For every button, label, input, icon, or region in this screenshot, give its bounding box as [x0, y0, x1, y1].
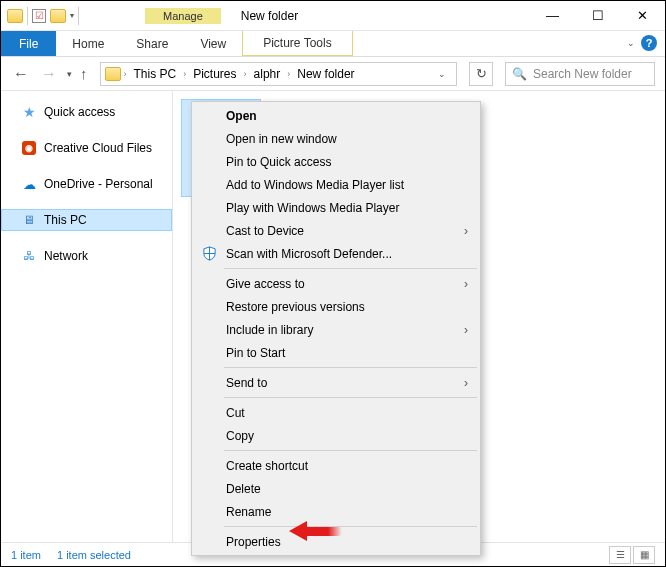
nav-network[interactable]: 🖧 Network: [1, 245, 172, 267]
address-dropdown-icon[interactable]: ⌄: [432, 69, 452, 79]
cm-create-shortcut[interactable]: Create shortcut: [194, 454, 478, 477]
crumb-sep-icon[interactable]: ›: [123, 69, 128, 79]
qat-new-folder-icon[interactable]: [50, 9, 66, 23]
defender-shield-icon: [200, 245, 218, 263]
pc-icon: 🖥: [21, 212, 37, 228]
quick-access-toolbar: ☑ ▾: [1, 7, 85, 25]
nav-label: This PC: [44, 213, 87, 227]
cm-add-wmp-list[interactable]: Add to Windows Media Player list: [194, 173, 478, 196]
file-tab[interactable]: File: [1, 31, 56, 56]
cm-rename[interactable]: Rename: [194, 500, 478, 523]
address-folder-icon: [105, 67, 121, 81]
refresh-button[interactable]: ↻: [469, 62, 493, 86]
cm-play-wmp[interactable]: Play with Windows Media Player: [194, 196, 478, 219]
nav-label: Creative Cloud Files: [44, 141, 152, 155]
maximize-button[interactable]: ☐: [575, 1, 620, 30]
nav-creative-cloud[interactable]: ◉ Creative Cloud Files: [1, 137, 172, 159]
title-bar: ☑ ▾ Manage New folder — ☐ ✕: [1, 1, 665, 31]
ribbon-expand-icon[interactable]: ⌄: [627, 38, 635, 48]
view-large-icons-button[interactable]: ▦: [633, 546, 655, 564]
cm-restore-previous[interactable]: Restore previous versions: [194, 295, 478, 318]
forward-button: →: [39, 63, 59, 85]
app-folder-icon[interactable]: [7, 9, 23, 23]
nav-onedrive[interactable]: ☁ OneDrive - Personal: [1, 173, 172, 195]
network-icon: 🖧: [21, 248, 37, 264]
crumb-pictures[interactable]: Pictures: [189, 67, 240, 81]
chevron-right-icon: ›: [464, 376, 468, 390]
tab-view[interactable]: View: [184, 31, 242, 56]
tab-picture-tools[interactable]: Picture Tools: [242, 31, 352, 56]
contextual-tab-label: Manage: [145, 8, 221, 24]
cm-scan-defender[interactable]: Scan with Microsoft Defender...: [194, 242, 478, 265]
context-menu: Open Open in new window Pin to Quick acc…: [191, 101, 481, 556]
star-icon: ★: [21, 104, 37, 120]
crumb-sep-icon[interactable]: ›: [243, 69, 248, 79]
crumb-alphr[interactable]: alphr: [250, 67, 285, 81]
help-icon[interactable]: ?: [641, 35, 657, 51]
address-bar[interactable]: › This PC › Pictures › alphr › New folde…: [100, 62, 458, 86]
nav-label: Quick access: [44, 105, 115, 119]
crumb-sep-icon[interactable]: ›: [286, 69, 291, 79]
nav-this-pc[interactable]: 🖥 This PC: [1, 209, 172, 231]
nav-label: OneDrive - Personal: [44, 177, 153, 191]
qat-properties-icon[interactable]: ☑: [32, 9, 46, 23]
nav-quick-access[interactable]: ★ Quick access: [1, 101, 172, 123]
cm-give-access-to[interactable]: Give access to›: [194, 272, 478, 295]
qat-customize-icon[interactable]: ▾: [70, 11, 74, 20]
status-selected-count: 1 item selected: [57, 549, 131, 561]
view-details-button[interactable]: ☰: [609, 546, 631, 564]
chevron-right-icon: ›: [464, 224, 468, 238]
cm-send-to[interactable]: Send to›: [194, 371, 478, 394]
status-item-count: 1 item: [11, 549, 41, 561]
search-input[interactable]: 🔍 Search New folder: [505, 62, 655, 86]
window-title: New folder: [241, 9, 530, 23]
nav-label: Network: [44, 249, 88, 263]
cm-open[interactable]: Open: [194, 104, 478, 127]
cm-pin-to-start[interactable]: Pin to Start: [194, 341, 478, 364]
crumb-new-folder[interactable]: New folder: [293, 67, 358, 81]
history-dropdown-icon[interactable]: ▾: [67, 69, 72, 79]
cm-cut[interactable]: Cut: [194, 401, 478, 424]
up-button[interactable]: ↑: [80, 65, 88, 82]
cm-copy[interactable]: Copy: [194, 424, 478, 447]
back-button[interactable]: ←: [11, 63, 31, 85]
navigation-pane: ★ Quick access ◉ Creative Cloud Files ☁ …: [1, 91, 173, 542]
annotation-arrow: [289, 521, 342, 541]
tab-home[interactable]: Home: [56, 31, 120, 56]
cm-include-in-library[interactable]: Include in library›: [194, 318, 478, 341]
close-button[interactable]: ✕: [620, 1, 665, 30]
chevron-right-icon: ›: [464, 323, 468, 337]
cm-cast-to-device[interactable]: Cast to Device›: [194, 219, 478, 242]
cm-pin-quick-access[interactable]: Pin to Quick access: [194, 150, 478, 173]
cm-open-new-window[interactable]: Open in new window: [194, 127, 478, 150]
cm-delete[interactable]: Delete: [194, 477, 478, 500]
crumb-sep-icon[interactable]: ›: [182, 69, 187, 79]
minimize-button[interactable]: —: [530, 1, 575, 30]
crumb-this-pc[interactable]: This PC: [130, 67, 181, 81]
ribbon-tabs: File Home Share View Picture Tools ⌄ ?: [1, 31, 665, 57]
search-placeholder: Search New folder: [533, 67, 632, 81]
chevron-right-icon: ›: [464, 277, 468, 291]
cloud-icon: ☁: [21, 176, 37, 192]
creative-cloud-icon: ◉: [21, 140, 37, 156]
address-row: ← → ▾ ↑ › This PC › Pictures › alphr › N…: [1, 57, 665, 91]
tab-share[interactable]: Share: [120, 31, 184, 56]
search-icon: 🔍: [512, 67, 527, 81]
